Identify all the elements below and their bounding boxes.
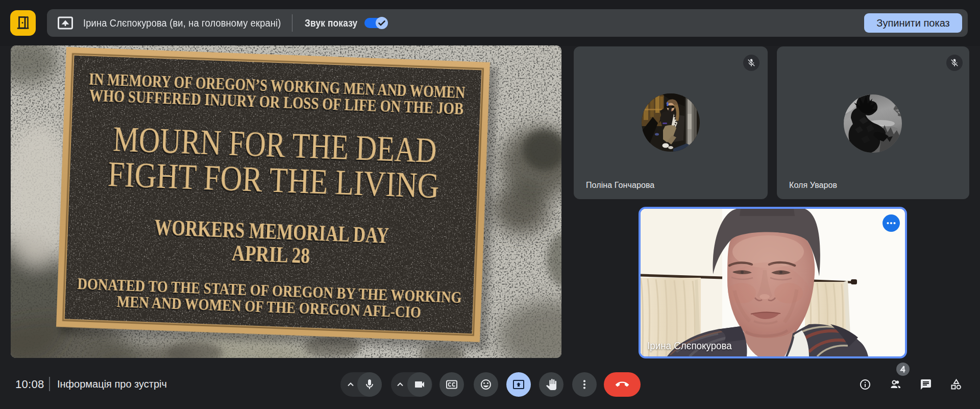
svg-text:APRIL 28: APRIL 28: [231, 240, 310, 268]
